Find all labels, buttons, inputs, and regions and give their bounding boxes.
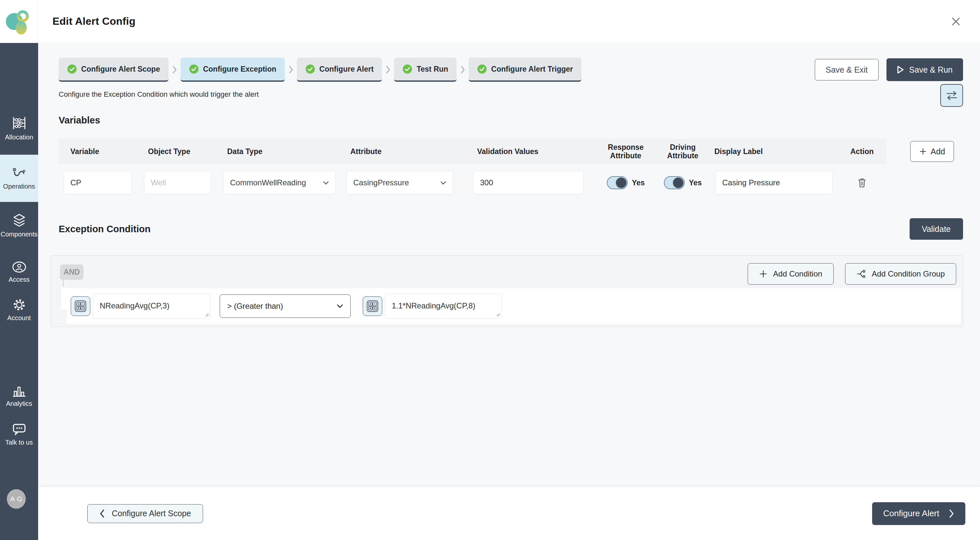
step-configure-exception[interactable]: Configure Exception xyxy=(181,58,285,82)
chevron-left-icon xyxy=(99,509,105,518)
save-exit-button[interactable]: Save & Exit xyxy=(815,59,878,81)
sidebar-item-allocation[interactable]: Allocation xyxy=(0,110,38,147)
sidebar-item-components[interactable]: Components xyxy=(0,206,38,244)
variables-table: Variable Object Type Data Type Attribute… xyxy=(59,139,963,196)
driving-attribute-value: Yes xyxy=(689,178,702,187)
delete-row-button[interactable] xyxy=(858,177,867,188)
toggle-knob xyxy=(616,178,627,188)
swap-layout-button[interactable] xyxy=(940,84,963,107)
next-configure-alert-button[interactable]: Configure Alert xyxy=(872,502,965,525)
plus-icon xyxy=(759,270,767,278)
col-header-action: Action xyxy=(838,147,886,156)
branch-icon xyxy=(856,269,866,278)
chevron-right-icon xyxy=(460,65,465,75)
object-type-input[interactable] xyxy=(144,171,211,194)
chevron-right-icon xyxy=(288,65,293,75)
abacus-icon xyxy=(12,116,27,130)
calculator-icon xyxy=(367,300,379,312)
step-test-run[interactable]: Test Run xyxy=(394,58,457,82)
edit-alert-config-window: Edit Alert Config Allocation xyxy=(0,0,980,540)
chat-icon xyxy=(12,423,26,435)
variable-input[interactable] xyxy=(64,171,132,194)
formula-builder-button[interactable] xyxy=(363,296,382,316)
step-configure-alert[interactable]: Configure Alert xyxy=(297,58,382,82)
add-condition-label: Add Condition xyxy=(773,269,822,278)
sidebar-item-label: Components xyxy=(1,230,38,238)
sidebar-item-label: Talk to us xyxy=(5,439,33,446)
condition-operator-select[interactable]: > (Greater than) xyxy=(220,294,351,318)
group-operator-chip[interactable]: AND xyxy=(60,264,83,280)
check-circle-icon xyxy=(402,64,412,74)
sidebar-item-label: Allocation xyxy=(5,133,33,141)
sidebar-item-talk-to-us[interactable]: Talk to us xyxy=(0,419,38,450)
step-label: Configure Alert xyxy=(320,65,374,74)
user-circle-icon xyxy=(12,262,26,273)
condition-lhs-input[interactable]: NReadingAvg(CP,3) xyxy=(93,294,210,319)
step-configure-alert-trigger[interactable]: Configure Alert Trigger xyxy=(469,58,581,82)
condition-operator-value: > (Greater than) xyxy=(227,302,283,311)
validate-button[interactable]: Validate xyxy=(910,218,963,240)
bar-chart-icon xyxy=(12,385,26,397)
variables-heading: Variables xyxy=(59,115,963,126)
col-header-variable: Variable xyxy=(59,147,144,156)
check-circle-icon xyxy=(477,64,487,74)
sidebar-item-operations[interactable]: Operations xyxy=(0,155,38,202)
close-icon[interactable] xyxy=(949,14,963,29)
data-type-select[interactable]: CommonWellReading xyxy=(223,171,336,194)
display-label-input[interactable] xyxy=(715,171,833,194)
trash-icon xyxy=(858,177,867,188)
formula-builder-button[interactable] xyxy=(71,296,90,316)
sidebar-item-label: Access xyxy=(8,276,29,283)
route-icon xyxy=(12,167,26,179)
plus-icon xyxy=(919,148,927,156)
add-condition-group-button[interactable]: Add Condition Group xyxy=(845,263,956,285)
back-button-label: Configure Alert Scope xyxy=(112,509,191,518)
save-run-button[interactable]: Save & Run xyxy=(886,58,963,81)
header: Edit Alert Config xyxy=(0,0,980,43)
condition-rhs-input[interactable]: 1.1*NReadingAvg(CP,8) xyxy=(385,294,501,319)
sidebar: Allocation Operations Components xyxy=(0,43,38,540)
back-configure-alert-scope-button[interactable]: Configure Alert Scope xyxy=(88,504,203,523)
response-attribute-toggle[interactable] xyxy=(607,176,628,189)
condition-group-panel: AND Add Condition Add Condition Group xyxy=(51,255,963,327)
col-header-validation-values: Validation Values xyxy=(473,147,597,156)
step-label: Test Run xyxy=(417,65,448,74)
app-logo xyxy=(0,0,38,43)
sidebar-item-account[interactable]: Account xyxy=(0,294,38,326)
add-condition-group-label: Add Condition Group xyxy=(872,269,945,278)
driving-attribute-toggle[interactable] xyxy=(664,176,685,189)
add-variable-button[interactable]: Add xyxy=(910,141,954,162)
table-header-row: Variable Object Type Data Type Attribute… xyxy=(59,139,886,164)
chevron-down-icon xyxy=(440,181,446,185)
play-icon xyxy=(897,65,904,74)
resize-handle[interactable] xyxy=(205,313,209,316)
col-header-driving-attribute: Driving Attribute xyxy=(655,143,711,160)
sidebar-item-label: Analytics xyxy=(6,400,32,407)
col-header-data-type: Data Type xyxy=(223,147,347,156)
stepper-chips: Configure Alert Scope Configure Exceptio… xyxy=(59,58,581,82)
top-actions: Save & Exit Save & Run xyxy=(815,58,963,81)
page-title: Edit Alert Config xyxy=(52,15,135,27)
attribute-select[interactable]: CasingPressure xyxy=(347,171,453,194)
exception-condition-heading: Exception Condition xyxy=(59,224,151,235)
avatar[interactable]: A G xyxy=(7,489,26,509)
add-variable-label: Add xyxy=(931,147,945,156)
check-circle-icon xyxy=(67,64,77,74)
swap-arrows-icon xyxy=(945,90,958,101)
main-content: Configure Alert Scope Configure Exceptio… xyxy=(38,43,980,487)
attribute-value: CasingPressure xyxy=(353,178,409,187)
step-configure-alert-scope[interactable]: Configure Alert Scope xyxy=(59,58,169,82)
layers-icon xyxy=(12,213,27,227)
check-circle-icon xyxy=(305,64,315,74)
data-type-value: CommonWellReading xyxy=(230,178,306,187)
add-condition-button[interactable]: Add Condition xyxy=(748,263,834,285)
sidebar-item-analytics[interactable]: Analytics xyxy=(0,380,38,412)
col-header-object-type: Object Type xyxy=(144,147,223,156)
gear-icon xyxy=(13,299,26,311)
resize-handle[interactable] xyxy=(496,313,500,316)
next-button-label: Configure Alert xyxy=(883,508,939,518)
sidebar-item-access[interactable]: Access xyxy=(0,257,38,288)
col-header-attribute: Attribute xyxy=(347,147,473,156)
validation-values-input[interactable] xyxy=(473,171,583,194)
col-header-display-label: Display Label xyxy=(711,147,838,156)
